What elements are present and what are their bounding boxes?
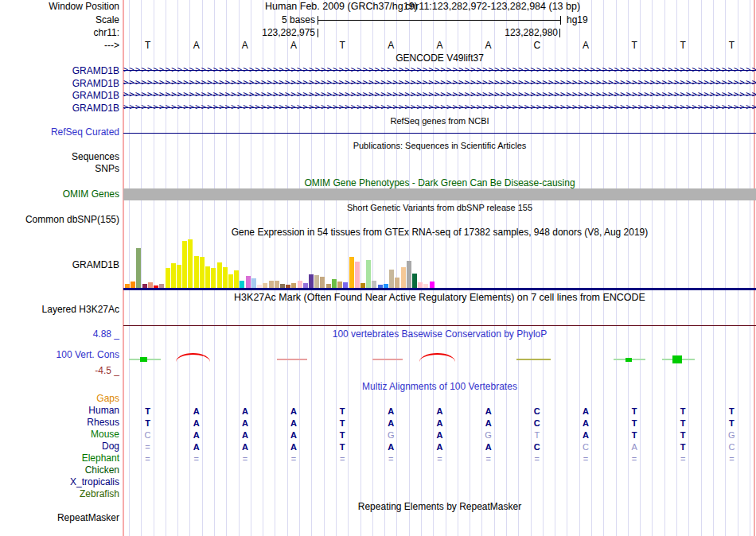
alignment-base: =	[318, 454, 367, 464]
gtex-tissue-bar[interactable]	[298, 281, 302, 288]
gtex-tissue-bar[interactable]	[366, 260, 371, 288]
coordinate-left-tick	[318, 29, 318, 37]
alignment-base: A	[220, 442, 269, 452]
ruler-base: T	[659, 41, 707, 51]
omim-gene-bar[interactable]	[123, 188, 756, 200]
alignment-base: A	[172, 418, 220, 429]
gtex-tissue-bar[interactable]	[389, 270, 394, 288]
gtex-baseline	[123, 288, 756, 290]
gtex-tissue-bar[interactable]	[234, 270, 239, 288]
gtex-tissue-bar[interactable]	[430, 282, 435, 288]
species-label-gaps[interactable]: Gaps	[0, 394, 119, 404]
phylop-min-value: -4.5 _	[0, 366, 119, 376]
gene-label-gramd1b[interactable]: GRAMD1B	[0, 66, 119, 76]
gtex-tissue-bar[interactable]	[401, 267, 406, 288]
gtex-tissue-bar[interactable]	[171, 263, 176, 288]
gene-forward-strand-line[interactable]: >>>>>>>>>>>>>>>>>>>>>>>>>>>>>>>>>>>>>>>>…	[123, 103, 756, 112]
gtex-tissue-bar[interactable]	[349, 257, 354, 288]
gtex-tissue-bar[interactable]	[314, 275, 319, 288]
gtex-tissue-bar[interactable]	[148, 282, 153, 288]
gtex-tissue-bar[interactable]	[200, 257, 205, 288]
gtex-tissue-bar[interactable]	[131, 282, 135, 288]
species-label-human[interactable]: Human	[0, 406, 119, 416]
gtex-tissue-bar[interactable]	[188, 239, 193, 288]
ruler-base: T	[610, 41, 659, 51]
track-title-publications: Publications: Sequences in Scientific Ar…	[123, 141, 756, 150]
refseq-gene-line[interactable]	[123, 133, 756, 134]
gtex-tissue-bar[interactable]	[223, 267, 228, 288]
species-label-zebrafish[interactable]: Zebrafish	[0, 489, 119, 499]
gtex-tissue-bar[interactable]	[217, 262, 222, 288]
gtex-tissue-bar[interactable]	[355, 262, 360, 288]
track-label-gtex-gene[interactable]: GRAMD1B	[0, 260, 119, 270]
gtex-tissue-bar[interactable]	[337, 282, 342, 288]
species-label-mouse[interactable]: Mouse	[0, 429, 119, 440]
h3k27ac-baseline[interactable]	[123, 325, 756, 326]
gtex-tissue-bar[interactable]	[412, 274, 417, 288]
ruler-base: A	[269, 41, 318, 51]
species-label-dog[interactable]: Dog	[0, 441, 119, 452]
scale-label: Scale	[0, 15, 119, 25]
gtex-tissue-bar[interactable]	[194, 256, 199, 288]
track-label-phylop[interactable]: 100 Vert. Cons	[0, 350, 119, 360]
ruler-base: A	[464, 41, 512, 51]
coordinate-right-tick	[559, 29, 560, 37]
gene-label-gramd1b[interactable]: GRAMD1B	[0, 103, 119, 114]
gtex-tissue-bar[interactable]	[136, 248, 141, 288]
alignment-base: C	[512, 406, 561, 417]
chromosome-label: chr11:	[0, 28, 119, 38]
gtex-tissue-bar[interactable]	[251, 278, 256, 288]
gtex-tissue-bar[interactable]	[228, 274, 233, 288]
track-label-repeatmasker[interactable]: RepeatMasker	[0, 513, 119, 523]
gtex-tissue-bar[interactable]	[177, 265, 181, 288]
alignment-base: =	[464, 454, 512, 464]
gtex-tissue-bar[interactable]	[395, 278, 399, 288]
gtex-tissue-bar[interactable]	[240, 281, 244, 288]
track-title-gtex: Gene Expression in 54 tissues from GTEx …	[123, 227, 756, 238]
species-label-elephant[interactable]: Elephant	[0, 453, 119, 464]
gtex-tissue-bar[interactable]	[320, 277, 325, 288]
gtex-tissue-bar[interactable]	[246, 276, 251, 288]
species-label-x_tropicalis[interactable]: X_tropicalis	[0, 477, 119, 487]
alignment-base: =	[220, 454, 269, 464]
alignment-base: A	[464, 406, 512, 417]
gtex-tissue-bar[interactable]	[275, 281, 279, 288]
track-title-dbsnp: Short Genetic Variants from dbSNP releas…	[123, 203, 756, 212]
alignment-base: A	[172, 406, 220, 417]
track-label-h3k27ac[interactable]: Layered H3K27Ac	[0, 305, 119, 315]
gtex-tissue-bar[interactable]	[166, 268, 170, 288]
alignment-base: T	[707, 406, 756, 417]
phylop-mark-line	[277, 359, 307, 360]
gtex-tissue-bar[interactable]	[309, 274, 314, 288]
gtex-tissue-bar[interactable]	[182, 241, 187, 288]
gtex-tissue-bar[interactable]	[211, 268, 216, 288]
alignment-base: A	[269, 418, 318, 429]
species-label-rhesus[interactable]: Rhesus	[0, 418, 119, 428]
gtex-tissue-bar[interactable]	[372, 281, 376, 288]
track-label-sequences[interactable]: Sequences	[0, 152, 119, 162]
gene-label-gramd1b[interactable]: GRAMD1B	[0, 79, 119, 89]
phylop-mark-square	[625, 358, 632, 362]
gene-forward-strand-line[interactable]: >>>>>>>>>>>>>>>>>>>>>>>>>>>>>>>>>>>>>>>>…	[123, 78, 756, 87]
gtex-tissue-bar[interactable]	[332, 279, 337, 288]
gene-label-gramd1b[interactable]: GRAMD1B	[0, 91, 119, 101]
track-label-omim-genes[interactable]: OMIM Genes	[0, 189, 119, 200]
gtex-tissue-bar[interactable]	[205, 266, 210, 288]
track-label-snps[interactable]: SNPs	[0, 164, 119, 174]
alignment-base: A	[367, 406, 415, 417]
phylop-mark-square	[672, 355, 682, 363]
track-label-refseq-curated[interactable]: RefSeq Curated	[0, 127, 119, 138]
track-label-common-dbsnp[interactable]: Common dbSNP(155)	[0, 215, 119, 225]
gtex-tissue-bar[interactable]	[407, 261, 411, 288]
gene-forward-strand-line[interactable]: >>>>>>>>>>>>>>>>>>>>>>>>>>>>>>>>>>>>>>>>…	[123, 90, 756, 99]
alignment-base: T	[512, 430, 561, 441]
gtex-tissue-bar[interactable]	[269, 281, 274, 288]
gtex-tissue-bar[interactable]	[343, 282, 348, 288]
alignment-base: T	[659, 418, 707, 429]
scale-ruler-left-tick	[318, 16, 318, 25]
scale-value: 5 bases	[196, 15, 315, 25]
gene-forward-strand-line[interactable]: >>>>>>>>>>>>>>>>>>>>>>>>>>>>>>>>>>>>>>>>…	[123, 65, 756, 75]
gtex-tissue-bar[interactable]	[418, 282, 423, 288]
alignment-base: A	[220, 430, 269, 441]
species-label-chicken[interactable]: Chicken	[0, 465, 119, 476]
